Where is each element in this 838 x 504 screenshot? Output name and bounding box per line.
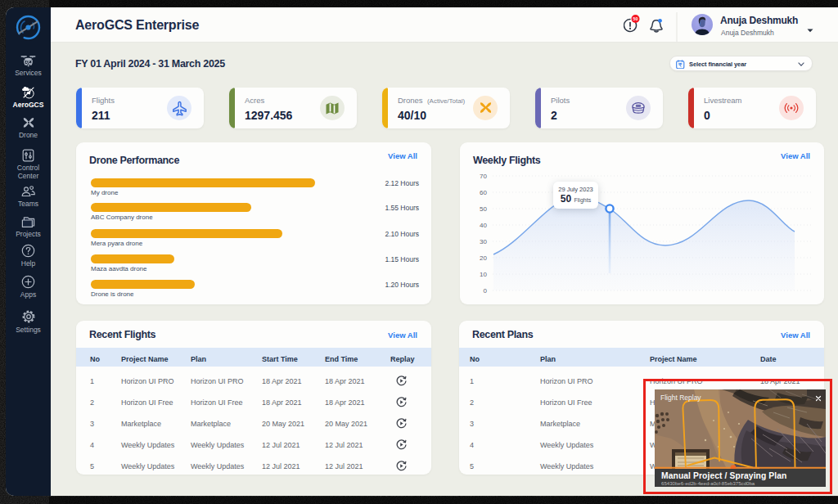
svg-text:20: 20 [480,254,487,262]
svg-text:10: 10 [480,271,487,278]
svg-text:Manual Project / Spraying Plan: Manual Project / Spraying Plan [661,471,787,480]
svg-text:40: 40 [480,222,487,229]
svg-text:70: 70 [480,173,487,180]
svg-text:Flight Replay: Flight Replay [660,394,701,402]
svg-text:30: 30 [480,238,487,245]
svg-text:65430be6-ed2b-4eed-a0cf-85eb37: 65430be6-ed2b-4eed-a0cf-85eb375cd0ba [661,480,755,486]
svg-text:60: 60 [480,189,487,196]
svg-text:50: 50 [633,16,638,21]
svg-text:50: 50 [480,205,487,213]
svg-text:0: 0 [484,287,488,295]
